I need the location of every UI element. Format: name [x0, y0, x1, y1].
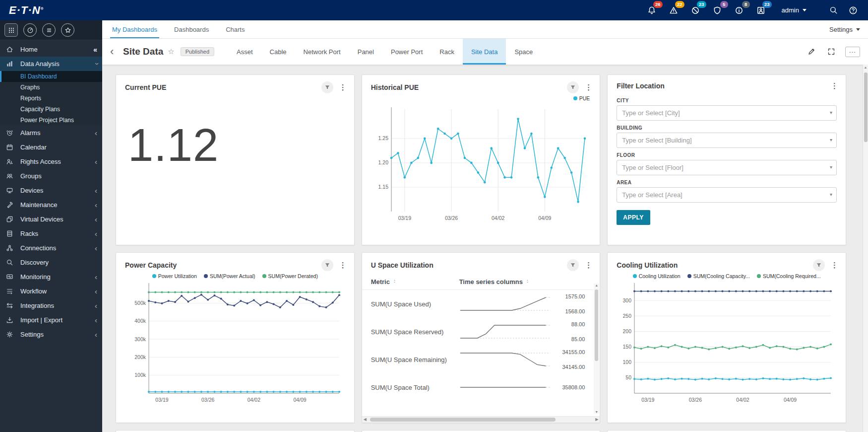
scrollbar-thumb[interactable] [864, 72, 868, 142]
sidebar-item-graphs[interactable]: Graphs [0, 82, 102, 93]
information-icon[interactable]: 8 [733, 4, 745, 16]
scroll-up-arrow[interactable]: ▲ [863, 66, 868, 69]
sidebar-item-settings[interactable]: Settings‹ [0, 327, 102, 342]
dashboards-quick-icon[interactable] [23, 23, 37, 37]
fullscreen-icon[interactable] [825, 46, 837, 58]
sidebar-item-monitoring[interactable]: Monitoring‹ [0, 270, 102, 284]
tab-panel[interactable]: Panel [349, 39, 382, 65]
back-button[interactable]: ‹ [110, 46, 123, 57]
city-select-input[interactable] [617, 105, 837, 121]
card-menu-icon[interactable]: ⋮ [829, 261, 840, 270]
tab-asset[interactable]: Asset [228, 39, 261, 65]
scroll-right-arrow[interactable]: ▶ [595, 417, 598, 422]
sidebar-item-calendar[interactable]: Calendar [0, 140, 102, 154]
tab-site-data[interactable]: Site Data [463, 39, 506, 65]
sidebar-item-devices[interactable]: Devices‹ [0, 183, 102, 198]
apps-grid-icon[interactable] [4, 23, 18, 37]
sidebar-item-capacity-plans[interactable]: Capacity Plans [0, 104, 102, 115]
card-menu-icon[interactable]: ⋮ [338, 261, 348, 270]
sidebar-item-maintenance[interactable]: Maintenance‹ [0, 198, 102, 212]
scroll-up-arrow[interactable]: ▲ [594, 284, 599, 287]
tab-power-port[interactable]: Power Port [382, 39, 431, 65]
card-historical-pue: Historical PUE ⋮ PUE 1.151.201.2503/1903… [362, 74, 601, 245]
calendar-icon [6, 144, 17, 151]
sort-icon[interactable] [392, 278, 397, 286]
sidebar-item-bi-dashboard[interactable]: BI Dashboard [0, 71, 102, 82]
sidebar-item-integrations[interactable]: Integrations‹ [0, 298, 102, 313]
user-sessions-icon[interactable]: 23 [755, 4, 767, 16]
svg-text:300: 300 [623, 297, 632, 303]
sidebar-collapse-icon[interactable]: « [93, 46, 97, 53]
filter-icon[interactable] [567, 81, 579, 93]
disabled-alarms-icon[interactable]: 23 [689, 4, 701, 16]
legend-item[interactable]: SUM(Cooling Required... [757, 273, 821, 279]
scroll-left-arrow[interactable]: ◀ [364, 417, 367, 422]
scrollbar-thumb[interactable] [595, 289, 598, 361]
tab-rack[interactable]: Rack [431, 39, 463, 65]
sidebar-item-workflow[interactable]: Workflow‹ [0, 284, 102, 298]
svg-text:03/19: 03/19 [155, 397, 168, 403]
horizontal-scrollbar[interactable]: ◀ ▶ [362, 416, 600, 423]
warnings-icon[interactable]: 22 [668, 4, 680, 16]
legend-item[interactable]: SUM(Power Derated) [262, 273, 318, 279]
sidebar-quickbar [0, 20, 102, 40]
list-quick-icon[interactable] [42, 23, 56, 37]
sidebar-item-groups[interactable]: Groups [0, 169, 102, 183]
sidebar-item-home[interactable]: Home« [0, 42, 102, 57]
vertical-scrollbar[interactable]: ▲ ▼ [594, 284, 599, 414]
tab-my-dashboards[interactable]: My Dashboards [110, 20, 159, 38]
maintenance-icon [6, 201, 17, 209]
tab-dashboards[interactable]: Dashboards [172, 20, 211, 38]
filter-icon[interactable] [567, 259, 579, 271]
legend-item[interactable]: Power Utilization [152, 273, 197, 279]
settings-menu[interactable]: Settings [829, 20, 860, 38]
legend-item[interactable]: SUM(Power Actual) [204, 273, 255, 279]
tab-network-port[interactable]: Network Port [295, 39, 349, 65]
filter-icon[interactable] [813, 259, 825, 271]
favorite-star-icon[interactable]: ☆ [168, 47, 174, 56]
sidebar-item-import-export[interactable]: Import | Export‹ [0, 313, 102, 327]
card-menu-icon[interactable]: ⋮ [829, 81, 840, 90]
sort-icon[interactable] [525, 278, 530, 286]
sidebar-item-power-project-plans[interactable]: Power Project Plans [0, 115, 102, 126]
sidebar-item-data-analysis[interactable]: Data Analysis‹ [0, 57, 102, 71]
favorites-quick-icon[interactable] [61, 23, 74, 37]
legend-item[interactable]: Cooling Utilization [633, 273, 681, 279]
table-row: SUM(U Space Reserved)88.0085.00 [362, 318, 600, 346]
edit-pencil-icon[interactable] [806, 46, 817, 58]
legend-item[interactable]: PUE [573, 95, 590, 101]
security-icon[interactable]: 5 [711, 4, 723, 16]
tab-space[interactable]: Space [506, 39, 541, 65]
user-menu[interactable]: admin [782, 6, 806, 14]
sidebar-item-reports[interactable]: Reports [0, 93, 102, 104]
alarms-icon[interactable]: 26 [646, 4, 658, 16]
help-icon[interactable] [847, 4, 859, 16]
sidebar-item-virtual-devices[interactable]: Virtual Devices‹ [0, 212, 102, 226]
legend-item[interactable]: SUM(Cooling Capacity... [687, 273, 750, 279]
column-header-series[interactable]: Time series columns [459, 278, 523, 286]
scroll-down-arrow[interactable]: ▼ [594, 410, 599, 414]
sidebar-item-racks[interactable]: Racks‹ [0, 226, 102, 241]
sidebar-item-connections[interactable]: Connections‹ [0, 241, 102, 255]
floor-select-input[interactable] [617, 160, 837, 175]
building-select-input[interactable] [617, 133, 837, 148]
card-menu-icon[interactable]: ⋮ [583, 83, 594, 92]
column-header-metric[interactable]: Metric [371, 278, 390, 286]
apply-button[interactable]: APPLY [617, 210, 650, 225]
svg-text:04/02: 04/02 [736, 397, 749, 403]
page-scrollbar[interactable]: ▲ [863, 65, 868, 432]
tab-cable[interactable]: Cable [261, 39, 295, 65]
tab-charts[interactable]: Charts [224, 20, 247, 38]
more-options-button[interactable]: ... [845, 47, 860, 57]
card-menu-icon[interactable]: ⋮ [338, 83, 348, 92]
area-select-input[interactable] [617, 187, 837, 203]
sidebar-item-rights-access[interactable]: Rights Access‹ [0, 154, 102, 169]
sidebar-item-alarms[interactable]: Alarms‹ [0, 126, 102, 140]
scrollbar-thumb[interactable] [370, 418, 556, 422]
filter-icon[interactable] [321, 81, 333, 93]
card-menu-icon[interactable]: ⋮ [583, 261, 594, 270]
chevron-down-icon: ‹ [92, 63, 100, 65]
filter-icon[interactable] [321, 259, 333, 271]
search-icon[interactable] [827, 4, 839, 16]
sidebar-item-discovery[interactable]: Discovery [0, 255, 102, 270]
